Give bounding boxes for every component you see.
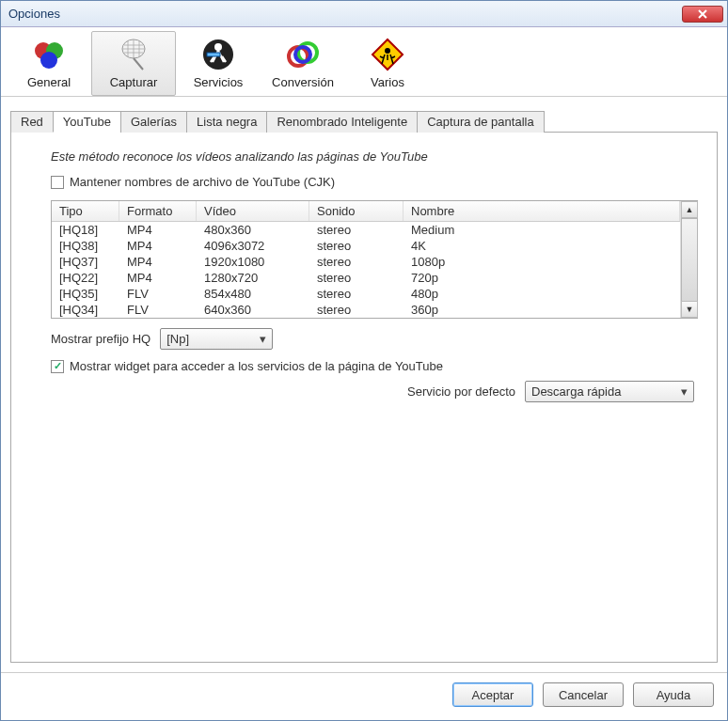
prefix-label: Mostrar prefijo HQ (51, 332, 150, 346)
toolbar-item-general[interactable]: General (7, 31, 91, 96)
close-button[interactable] (682, 6, 723, 23)
chevron-down-icon: ▾ (260, 332, 266, 346)
window-title: Opciones (8, 7, 682, 21)
table-row[interactable]: [HQ35]FLV854x480stereo480p (52, 286, 680, 302)
toolbar-item-conversion[interactable]: Conversión (261, 31, 345, 96)
cell-formato: MP4 (119, 270, 197, 286)
capturar-icon (115, 36, 152, 73)
titlebar: Opciones (1, 1, 727, 27)
cell-tipo: [HQ35] (52, 286, 119, 302)
cell-tipo: [HQ37] (52, 254, 119, 270)
options-window: Opciones General Capturar Servicios (0, 0, 728, 721)
cell-sonido: stereo (309, 238, 404, 254)
table-row[interactable]: [HQ34]FLV640x360stereo360p (52, 302, 680, 318)
cell-nombre: 1080p (404, 254, 680, 270)
prefix-row: Mostrar prefijo HQ [Np] ▾ (51, 328, 704, 350)
tab-captura[interactable]: Captura de pantalla (417, 111, 544, 133)
cell-sonido: stereo (309, 270, 404, 286)
scroll-up-button[interactable]: ▲ (681, 201, 698, 218)
col-header-nombre[interactable]: Nombre (404, 201, 680, 221)
varios-icon (369, 36, 406, 73)
cancel-button[interactable]: Cancelar (543, 682, 624, 707)
svg-line-4 (134, 58, 143, 70)
toolbar-label: Servicios (194, 75, 244, 89)
cell-video: 854x480 (197, 286, 309, 302)
cell-sonido: stereo (309, 286, 404, 302)
prefix-value: [Np] (166, 332, 189, 346)
tab-red[interactable]: Red (10, 111, 54, 133)
table-row[interactable]: [HQ37]MP41920x1080stereo1080p (52, 254, 680, 270)
table-row[interactable]: [HQ22]MP41280x720stereo720p (52, 270, 680, 286)
tab-youtube[interactable]: YouTube (53, 111, 121, 133)
cell-video: 4096x3072 (197, 238, 309, 254)
chevron-down-icon: ▼ (686, 305, 694, 314)
cell-nombre: 720p (404, 270, 680, 286)
tabbar: Red YouTube Galerías Lista negra Renombr… (10, 110, 718, 133)
toolbar-item-capturar[interactable]: Capturar (91, 31, 176, 96)
cjk-checkbox-row: Mantener nombres de archivo de YouTube (… (51, 175, 704, 189)
cell-formato: FLV (119, 302, 197, 318)
toolbar-item-servicios[interactable]: Servicios (176, 31, 261, 96)
tab-panel-youtube: Este método reconoce los vídeos analizan… (10, 133, 718, 663)
col-header-sonido[interactable]: Sonido (309, 201, 404, 221)
col-header-tipo[interactable]: Tipo (52, 201, 119, 221)
help-button[interactable]: Ayuda (633, 682, 714, 707)
conversion-icon (284, 36, 322, 73)
col-header-formato[interactable]: Formato (119, 201, 197, 221)
table-scrollbar[interactable]: ▲ ▼ (680, 201, 697, 318)
cell-video: 480x360 (197, 222, 309, 238)
prefix-select[interactable]: [Np] ▾ (160, 328, 273, 350)
toolbar-label: Capturar (110, 75, 158, 89)
cell-nombre: 360p (404, 302, 680, 318)
close-icon (698, 9, 707, 19)
col-header-video[interactable]: Vídeo (197, 201, 309, 221)
svg-point-11 (385, 48, 390, 54)
cell-sonido: stereo (309, 302, 404, 318)
cell-sonido: stereo (309, 254, 404, 270)
toolbar-label: General (27, 75, 71, 89)
cell-formato: MP4 (119, 238, 197, 254)
cell-tipo: [HQ34] (52, 302, 119, 318)
cell-sonido: stereo (309, 222, 404, 238)
accept-button[interactable]: Aceptar (452, 682, 533, 707)
service-default-row: Servicio por defecto Descarga rápida ▾ (51, 381, 694, 402)
scroll-down-button[interactable]: ▼ (681, 301, 698, 318)
widget-checkbox-label: Mostrar widget para acceder a los servic… (70, 359, 443, 373)
cell-nombre: 480p (404, 286, 680, 302)
tab-listanegra[interactable]: Lista negra (186, 111, 267, 133)
cjk-checkbox[interactable] (51, 176, 64, 189)
cell-formato: MP4 (119, 222, 197, 238)
cell-nombre: Medium (404, 222, 680, 238)
table-header: Tipo Formato Vídeo Sonido Nombre (52, 201, 680, 222)
cell-video: 1280x720 (197, 270, 309, 286)
cell-nombre: 4K (404, 238, 680, 254)
cell-tipo: [HQ22] (52, 270, 119, 286)
cell-tipo: [HQ18] (52, 222, 119, 238)
tab-galerias[interactable]: Galerías (120, 111, 187, 133)
scroll-thumb[interactable] (681, 218, 698, 303)
cell-formato: MP4 (119, 254, 197, 270)
toolbar-item-varios[interactable]: Varios (345, 31, 430, 96)
toolbar-label: Conversión (272, 75, 334, 89)
service-default-label: Servicio por defecto (407, 384, 515, 399)
chevron-down-icon: ▾ (681, 384, 688, 399)
cell-video: 640x360 (197, 302, 309, 318)
widget-checkbox-row: Mostrar widget para acceder a los servic… (51, 359, 704, 373)
cell-video: 1920x1080 (197, 254, 309, 270)
table-row[interactable]: [HQ38]MP44096x3072stereo4K (52, 238, 680, 254)
tab-renombrado[interactable]: Renombrado Inteligente (266, 111, 418, 133)
cell-tipo: [HQ38] (52, 238, 119, 254)
cell-formato: FLV (119, 286, 197, 302)
button-bar: Aceptar Cancelar Ayuda (1, 672, 727, 720)
table-row[interactable]: [HQ18]MP4480x360stereoMedium (52, 222, 680, 238)
toolbar-label: Varios (371, 75, 404, 89)
servicios-icon (199, 36, 237, 73)
toolbar: General Capturar Servicios Conversión Va… (1, 27, 727, 97)
chevron-up-icon: ▲ (686, 205, 694, 214)
svg-rect-7 (207, 53, 220, 56)
cjk-checkbox-label: Mantener nombres de archivo de YouTube (… (70, 175, 335, 189)
svg-point-2 (40, 52, 57, 69)
service-default-select[interactable]: Descarga rápida ▾ (525, 381, 694, 402)
general-icon (30, 36, 68, 73)
widget-checkbox[interactable] (51, 360, 64, 373)
